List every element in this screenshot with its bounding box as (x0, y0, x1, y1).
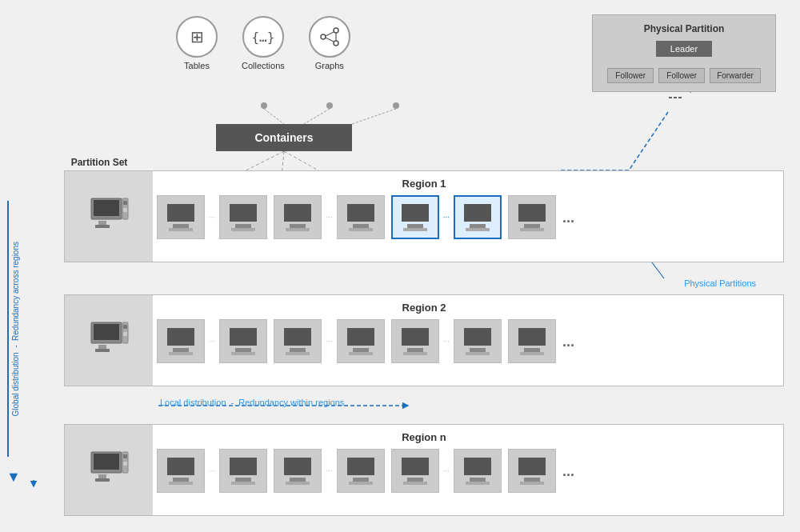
tables-icon-item: ⊞ Tables (176, 16, 218, 70)
region-1-title: Region 1 (65, 178, 783, 190)
svg-rect-29 (98, 221, 106, 225)
local-dist-separator: - (231, 398, 234, 407)
containers-label: Containers (254, 131, 313, 144)
partition-set-col-1 (65, 171, 153, 262)
ellipsis-r2: ... (562, 334, 574, 349)
srv-group-rn-last (508, 449, 556, 493)
svg-rect-40 (123, 332, 127, 336)
leader-box: Leader (656, 41, 712, 57)
svg-rect-35 (94, 324, 119, 340)
graphs-icon (309, 16, 350, 58)
svg-rect-47 (123, 462, 127, 466)
collections-icon: {…} (242, 16, 284, 58)
srv-group-r1-2: ··· (274, 195, 384, 239)
server-r2-4 (337, 319, 385, 363)
local-distribution-area: Local distribution - Redundancy within r… (160, 398, 344, 407)
server-r1-4 (337, 195, 385, 239)
svg-rect-39 (123, 325, 127, 329)
graphs-label: Graphs (315, 61, 344, 70)
srv-group-rn-3: ··· (391, 449, 502, 493)
svg-rect-28 (94, 200, 119, 216)
svg-rect-30 (95, 225, 110, 228)
collections-label: Collections (242, 61, 285, 70)
global-distribution-area: Global distribution - Redundancy across … (6, 188, 21, 484)
server-r1-1 (157, 195, 205, 239)
physical-partition-title: Physical Partition (601, 23, 767, 34)
server-rn-5 (391, 449, 439, 493)
server-rn-7 (508, 449, 556, 493)
svg-rect-37 (95, 349, 110, 352)
server-r2-5 (391, 319, 439, 363)
containers-box: Containers (216, 124, 352, 151)
server-rn-3 (274, 449, 322, 493)
svg-rect-33 (123, 208, 127, 212)
svg-rect-36 (98, 345, 106, 349)
svg-rect-42 (94, 454, 119, 470)
server-r2-7 (508, 319, 556, 363)
server-rn-6 (454, 449, 502, 493)
region-2-title: Region 2 (65, 302, 783, 314)
svg-point-21 (321, 34, 326, 39)
svg-point-23 (334, 41, 338, 46)
svg-rect-46 (123, 454, 127, 458)
server-rn-4 (337, 449, 385, 493)
svg-rect-32 (123, 201, 127, 205)
svg-point-12 (393, 102, 399, 109)
region-n-servers-row: ··· ··· ··· ... (157, 449, 771, 493)
server-r1-2 (219, 195, 267, 239)
srv-group-r2-2: ··· (274, 319, 384, 363)
server-r1-5-hl (391, 195, 439, 239)
svg-point-22 (334, 28, 338, 33)
ps-server-group-n (87, 450, 131, 490)
ellipsis-r1: ... (562, 210, 574, 225)
srv-group-r1-1: ··· (157, 195, 267, 239)
tables-label: Tables (184, 61, 210, 70)
svg-line-25 (326, 38, 334, 42)
global-distribution-arrow: ▼ (6, 470, 21, 484)
region-1-servers-row: ··· ··· ··· ... (157, 195, 771, 239)
server-r1-3 (274, 195, 322, 239)
srv-group-rn-1: ··· (157, 449, 267, 493)
partition-set-col-2 (65, 295, 153, 386)
svg-point-11 (326, 102, 333, 109)
region-2-servers-row: ··· ··· ··· ... (157, 319, 771, 363)
srv-group-rn-2: ··· (274, 449, 384, 493)
region-n-title: Region n (65, 431, 783, 443)
srv-group-r2-3: ··· (391, 319, 502, 363)
server-r2-1 (157, 319, 205, 363)
region-2-box: Region 2 ··· (64, 294, 784, 386)
server-r2-2 (219, 319, 267, 363)
physical-partition-box: Physical Partition Leader Follower Follo… (592, 14, 776, 92)
ps-server-group-2 (87, 321, 131, 361)
local-dist-label: Local distribution (160, 398, 226, 407)
server-r2-3 (274, 319, 322, 363)
srv-group-r1-highlighted: ··· (391, 195, 502, 239)
global-distribution-label: Global distribution - Redundancy across … (11, 242, 20, 416)
srv-group-r2-last (508, 319, 556, 363)
svg-line-4 (629, 112, 668, 170)
diagram-container: ⊞ Tables {…} Collections Graphs Contain (0, 0, 800, 532)
server-r1-6-hl (454, 195, 502, 239)
ps-server-group-1 (87, 197, 131, 237)
region-1-box: Region 1 ··· (64, 170, 784, 262)
svg-rect-44 (95, 478, 110, 482)
svg-line-15 (352, 109, 396, 124)
server-r1-7 (508, 195, 556, 239)
forwarder-box: Forwarder (710, 68, 761, 83)
svg-point-10 (261, 102, 267, 109)
collections-icon-item: {…} Collections (242, 16, 285, 70)
svg-line-24 (326, 32, 334, 36)
svg-line-14 (304, 109, 330, 124)
server-rn-1 (157, 449, 205, 493)
svg-line-13 (264, 109, 284, 124)
physical-partitions-label: Physical Partitions (684, 278, 756, 288)
local-dist-sublabel: Redundancy within regions (238, 398, 344, 407)
top-icons-area: ⊞ Tables {…} Collections Graphs (176, 16, 350, 70)
region-n-box: Region n ··· (64, 424, 784, 516)
server-r2-6 (454, 319, 502, 363)
ellipsis-rn: ... (562, 464, 574, 478)
tables-icon: ⊞ (176, 16, 218, 58)
follower-row: Follower Follower Forwarder (601, 68, 767, 83)
follower-box-2: Follower (658, 68, 705, 83)
srv-group-r1-last (508, 195, 556, 239)
